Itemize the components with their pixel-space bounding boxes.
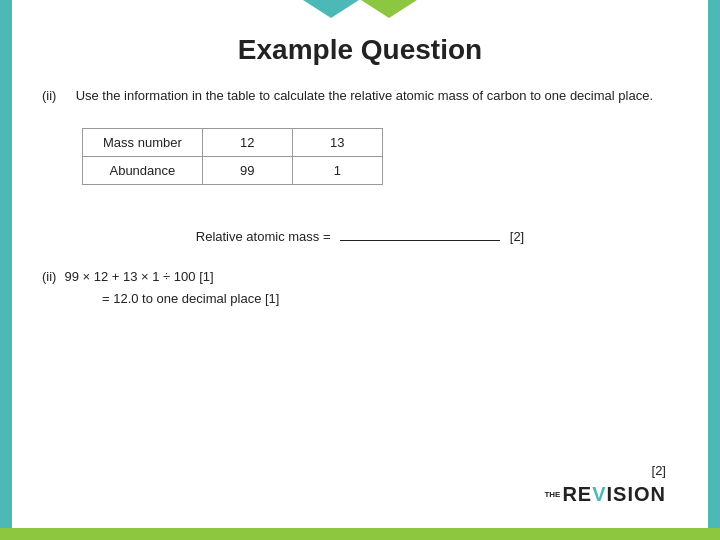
top-decoration (0, 0, 720, 18)
working-line1-text: 99 × 12 + 13 × 1 ÷ 100 [1] (64, 266, 213, 288)
table-row: Abundance 99 1 (83, 156, 383, 184)
teal-triangle (303, 0, 359, 18)
table-cell-abundance-label: Abundance (83, 156, 203, 184)
table-cell-abundance-1: 1 (292, 156, 382, 184)
table-cell-mass-13: 13 (292, 128, 382, 156)
working-part-label: (ii) (42, 266, 56, 288)
table-row: Mass number 12 13 (83, 128, 383, 156)
working-indent-line: = 12.0 to one decimal place [1] (102, 288, 678, 310)
working-marks: [2] (652, 463, 666, 478)
logo-the-label: THE (544, 490, 560, 500)
working-row-1: (ii) 99 × 12 + 13 × 1 ÷ 100 [1] (42, 266, 678, 288)
answer-marks: [2] (510, 229, 524, 244)
table-cell-abundance-99: 99 (202, 156, 292, 184)
answer-blank-line (340, 240, 500, 241)
question-part-text: Use the information in the table to calc… (76, 88, 653, 103)
logo-ision: ISION (607, 483, 666, 505)
logo-v-accent: V (592, 483, 606, 505)
working-line-1: (ii) 99 × 12 + 13 × 1 ÷ 100 [1] (42, 266, 678, 288)
data-table-wrapper: Mass number 12 13 Abundance 99 1 (82, 128, 383, 185)
logo-the-text: THE (544, 490, 560, 500)
main-content: Example Question (ii) Use the informatio… (12, 18, 708, 528)
page-title: Example Question (42, 34, 678, 66)
working-line2-text: = 12.0 to one decimal place [1] (102, 288, 279, 310)
logo-re: RE (562, 483, 592, 505)
right-sidebar-bar (708, 0, 720, 540)
table-cell-mass-12: 12 (202, 128, 292, 156)
table-cell-mass-number-label: Mass number (83, 128, 203, 156)
left-sidebar-bar (0, 0, 12, 540)
logo-area: THE REVISION (544, 483, 666, 506)
green-triangle (361, 0, 417, 18)
data-table: Mass number 12 13 Abundance 99 1 (82, 128, 383, 185)
question-part-label: (ii) (42, 86, 72, 106)
answer-section: Relative atomic mass = [2] (42, 229, 678, 244)
question-part: (ii) Use the information in the table to… (42, 86, 678, 106)
working-section: (ii) 99 × 12 + 13 × 1 ÷ 100 [1] = 12.0 t… (42, 266, 678, 310)
bottom-bar (0, 528, 720, 540)
answer-label: Relative atomic mass = (196, 229, 331, 244)
logo-revision-text: REVISION (562, 483, 666, 506)
